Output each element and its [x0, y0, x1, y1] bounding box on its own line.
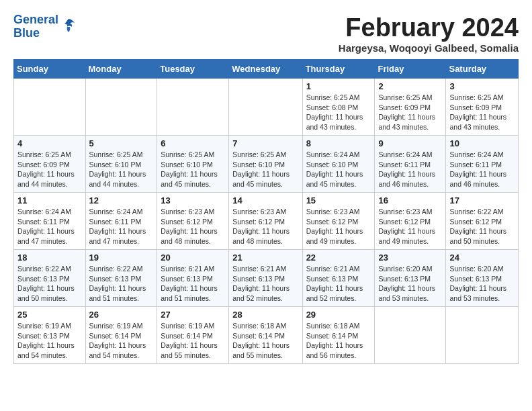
calendar-cell: 12Sunrise: 6:24 AM Sunset: 6:11 PM Dayli… [85, 193, 157, 250]
calendar-cell: 13Sunrise: 6:23 AM Sunset: 6:12 PM Dayli… [157, 193, 229, 250]
day-number: 21 [232, 253, 298, 263]
calendar-cell: 26Sunrise: 6:19 AM Sunset: 6:14 PM Dayli… [85, 307, 157, 364]
day-number: 2 [378, 81, 442, 91]
day-number: 13 [161, 195, 225, 205]
day-number: 7 [232, 138, 298, 148]
calendar-week-row: 1Sunrise: 6:25 AM Sunset: 6:08 PM Daylig… [14, 79, 519, 136]
calendar-cell: 1Sunrise: 6:25 AM Sunset: 6:08 PM Daylig… [302, 79, 375, 136]
day-detail: Sunrise: 6:20 AM Sunset: 6:13 PM Dayligh… [449, 264, 515, 304]
calendar-cell: 9Sunrise: 6:24 AM Sunset: 6:11 PM Daylig… [375, 136, 446, 193]
day-detail: Sunrise: 6:24 AM Sunset: 6:11 PM Dayligh… [449, 150, 515, 189]
day-number: 19 [89, 253, 154, 263]
day-number: 10 [449, 138, 515, 148]
day-number: 29 [306, 310, 371, 320]
day-detail: Sunrise: 6:23 AM Sunset: 6:12 PM Dayligh… [378, 207, 442, 246]
header-monday: Monday [85, 60, 157, 79]
day-number: 25 [17, 310, 82, 320]
day-number: 18 [17, 253, 82, 263]
day-number: 12 [89, 195, 154, 205]
calendar-cell [375, 307, 446, 364]
day-detail: Sunrise: 6:18 AM Sunset: 6:14 PM Dayligh… [232, 321, 298, 361]
header-saturday: Saturday [446, 60, 519, 79]
calendar-cell: 18Sunrise: 6:22 AM Sunset: 6:13 PM Dayli… [14, 250, 86, 307]
day-detail: Sunrise: 6:25 AM Sunset: 6:09 PM Dayligh… [378, 93, 442, 132]
day-detail: Sunrise: 6:23 AM Sunset: 6:12 PM Dayligh… [232, 207, 298, 246]
calendar-cell: 3Sunrise: 6:25 AM Sunset: 6:09 PM Daylig… [446, 79, 519, 136]
calendar-cell [14, 79, 86, 136]
day-detail: Sunrise: 6:22 AM Sunset: 6:13 PM Dayligh… [89, 264, 154, 304]
day-number: 1 [306, 81, 371, 91]
day-detail: Sunrise: 6:19 AM Sunset: 6:14 PM Dayligh… [89, 321, 154, 361]
header-tuesday: Tuesday [157, 60, 229, 79]
calendar-header-row: SundayMondayTuesdayWednesdayThursdayFrid… [14, 60, 519, 79]
day-number: 6 [161, 138, 225, 148]
calendar-cell: 4Sunrise: 6:25 AM Sunset: 6:09 PM Daylig… [14, 136, 86, 193]
calendar-cell: 2Sunrise: 6:25 AM Sunset: 6:09 PM Daylig… [375, 79, 446, 136]
day-number: 17 [449, 195, 515, 205]
calendar-cell: 23Sunrise: 6:20 AM Sunset: 6:13 PM Dayli… [375, 250, 446, 307]
calendar-cell: 29Sunrise: 6:18 AM Sunset: 6:14 PM Dayli… [302, 307, 375, 364]
day-detail: Sunrise: 6:21 AM Sunset: 6:13 PM Dayligh… [232, 264, 298, 304]
logo-blue: Blue [13, 27, 58, 40]
day-number: 8 [306, 138, 371, 148]
calendar-cell: 6Sunrise: 6:25 AM Sunset: 6:10 PM Daylig… [157, 136, 229, 193]
day-detail: Sunrise: 6:25 AM Sunset: 6:09 PM Dayligh… [17, 150, 82, 189]
day-detail: Sunrise: 6:25 AM Sunset: 6:08 PM Dayligh… [306, 93, 371, 132]
calendar-cell: 27Sunrise: 6:19 AM Sunset: 6:14 PM Dayli… [157, 307, 229, 364]
calendar-cell: 11Sunrise: 6:24 AM Sunset: 6:11 PM Dayli… [14, 193, 86, 250]
calendar-table: SundayMondayTuesdayWednesdayThursdayFrid… [13, 59, 519, 364]
header-thursday: Thursday [302, 60, 375, 79]
day-detail: Sunrise: 6:24 AM Sunset: 6:11 PM Dayligh… [378, 150, 442, 189]
calendar-cell: 16Sunrise: 6:23 AM Sunset: 6:12 PM Dayli… [375, 193, 446, 250]
calendar-cell: 7Sunrise: 6:25 AM Sunset: 6:10 PM Daylig… [229, 136, 302, 193]
day-number: 5 [89, 138, 154, 148]
calendar-cell: 21Sunrise: 6:21 AM Sunset: 6:13 PM Dayli… [229, 250, 302, 307]
calendar-cell: 10Sunrise: 6:24 AM Sunset: 6:11 PM Dayli… [446, 136, 519, 193]
day-number: 11 [17, 195, 82, 205]
day-number: 9 [378, 138, 442, 148]
calendar-week-row: 18Sunrise: 6:22 AM Sunset: 6:13 PM Dayli… [14, 250, 519, 307]
calendar-cell: 20Sunrise: 6:21 AM Sunset: 6:13 PM Dayli… [157, 250, 229, 307]
day-number: 24 [449, 253, 515, 263]
calendar-cell: 15Sunrise: 6:23 AM Sunset: 6:12 PM Dayli… [302, 193, 375, 250]
calendar-cell: 19Sunrise: 6:22 AM Sunset: 6:13 PM Dayli… [85, 250, 157, 307]
calendar-cell [229, 79, 302, 136]
calendar-week-row: 11Sunrise: 6:24 AM Sunset: 6:11 PM Dayli… [14, 193, 519, 250]
day-number: 22 [306, 253, 371, 263]
day-detail: Sunrise: 6:25 AM Sunset: 6:10 PM Dayligh… [161, 150, 225, 189]
month-year-title: February 2024 [339, 13, 519, 42]
logo-general: General [13, 13, 58, 27]
day-detail: Sunrise: 6:24 AM Sunset: 6:11 PM Dayligh… [89, 207, 154, 246]
day-detail: Sunrise: 6:22 AM Sunset: 6:13 PM Dayligh… [17, 264, 82, 304]
day-detail: Sunrise: 6:25 AM Sunset: 6:10 PM Dayligh… [232, 150, 298, 189]
day-number: 14 [232, 195, 298, 205]
calendar-cell: 5Sunrise: 6:25 AM Sunset: 6:10 PM Daylig… [85, 136, 157, 193]
day-detail: Sunrise: 6:23 AM Sunset: 6:12 PM Dayligh… [306, 207, 371, 246]
day-detail: Sunrise: 6:21 AM Sunset: 6:13 PM Dayligh… [306, 264, 371, 304]
calendar-cell: 8Sunrise: 6:24 AM Sunset: 6:10 PM Daylig… [302, 136, 375, 193]
calendar-cell: 17Sunrise: 6:22 AM Sunset: 6:12 PM Dayli… [446, 193, 519, 250]
header-sunday: Sunday [14, 60, 86, 79]
day-number: 16 [378, 195, 442, 205]
calendar-cell: 14Sunrise: 6:23 AM Sunset: 6:12 PM Dayli… [229, 193, 302, 250]
day-detail: Sunrise: 6:19 AM Sunset: 6:14 PM Dayligh… [161, 321, 225, 361]
day-detail: Sunrise: 6:25 AM Sunset: 6:10 PM Dayligh… [89, 150, 154, 189]
day-number: 20 [161, 253, 225, 263]
calendar-cell [85, 79, 157, 136]
calendar-cell: 28Sunrise: 6:18 AM Sunset: 6:14 PM Dayli… [229, 307, 302, 364]
logo: General Blue [13, 13, 76, 40]
logo-bird-icon [61, 17, 76, 36]
calendar-cell: 22Sunrise: 6:21 AM Sunset: 6:13 PM Dayli… [302, 250, 375, 307]
header-friday: Friday [375, 60, 446, 79]
location-subtitle: Hargeysa, Woqooyi Galbeed, Somalia [339, 42, 519, 54]
calendar-cell [446, 307, 519, 364]
day-number: 3 [449, 81, 515, 91]
day-detail: Sunrise: 6:22 AM Sunset: 6:12 PM Dayligh… [449, 207, 515, 246]
day-number: 4 [17, 138, 82, 148]
day-number: 27 [161, 310, 225, 320]
day-number: 28 [232, 310, 298, 320]
calendar-week-row: 4Sunrise: 6:25 AM Sunset: 6:09 PM Daylig… [14, 136, 519, 193]
day-number: 26 [89, 310, 154, 320]
day-detail: Sunrise: 6:18 AM Sunset: 6:14 PM Dayligh… [306, 321, 371, 361]
header-wednesday: Wednesday [229, 60, 302, 79]
